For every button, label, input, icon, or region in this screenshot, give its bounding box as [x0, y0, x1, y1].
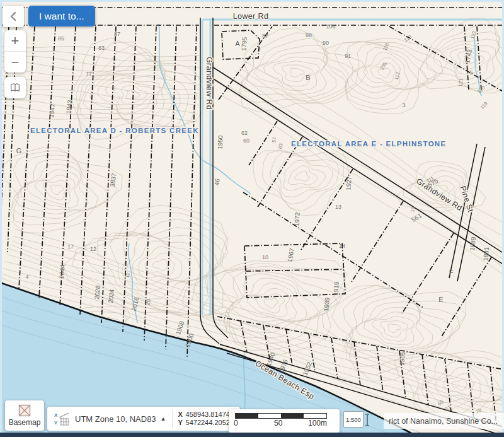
map-label: 1905 — [398, 351, 406, 366]
attribution: rict of Nanaimo, Sunshine Co... — [384, 413, 504, 429]
coordinates-panel: X Y UTM Zone 10, NAD83 ▲ X458943.81474 Y… — [47, 407, 240, 431]
bottom-strip — [0, 433, 504, 437]
map-label: ELECTORAL AREA E - ELPHINSTONE — [291, 140, 446, 148]
map-label: 17 — [67, 243, 74, 250]
map-label: 77 — [86, 71, 92, 77]
map-label: 60 — [243, 137, 249, 144]
zoom-control: + − — [4, 30, 26, 73]
scale-input[interactable] — [343, 411, 364, 428]
map-label: E — [438, 296, 443, 303]
map-label: 5 — [469, 69, 472, 76]
x-value: 458943.81474 — [186, 411, 230, 418]
scalebar-segment — [258, 414, 281, 418]
i-want-to-button[interactable]: I want to... — [28, 6, 95, 26]
map-label: 1889 — [469, 236, 477, 252]
chevron-left-icon — [9, 11, 18, 21]
text-cursor-icon — [364, 413, 370, 427]
map-label: 14 — [339, 243, 345, 249]
map-label: 4 — [25, 274, 28, 280]
map-label: G — [16, 147, 22, 154]
map-label: 13 — [335, 204, 341, 210]
svg-text:X: X — [54, 412, 58, 418]
basemap-label: Basemap — [9, 418, 41, 427]
coordinate-system-selector[interactable]: UTM Zone 10, NAD83 — [75, 414, 156, 424]
scalebar-segment — [304, 414, 326, 418]
map-label: 62 — [241, 130, 248, 136]
map-label: 2044 — [58, 264, 66, 279]
attribution-text: rict of Nanaimo, Sunshine Co... — [389, 417, 498, 426]
map-label: A — [235, 40, 240, 47]
zoom-in-button[interactable]: + — [4, 30, 26, 51]
map-label: 46 — [214, 178, 221, 185]
map-label: 1919 — [332, 281, 340, 296]
svg-text:Y: Y — [54, 420, 58, 426]
i-want-to-label: I want to... — [39, 11, 84, 22]
coordinate-grid-icon[interactable]: X Y — [54, 411, 70, 426]
map-label: 1972 — [293, 212, 301, 226]
scalebar — [235, 413, 327, 419]
book-icon — [9, 83, 21, 93]
scalebar-label-100: 100m — [308, 419, 327, 428]
scalebar-segment — [236, 414, 258, 418]
bookmarks-button[interactable] — [4, 77, 26, 98]
map-canvas[interactable]: ELECTORAL AREA D - ROBERTS CREEKELECTORA… — [2, 2, 502, 433]
map-label: B — [306, 74, 310, 81]
map-label: 106 — [326, 23, 335, 30]
dropdown-arrow-icon[interactable]: ▲ — [161, 416, 166, 422]
back-button[interactable] — [3, 6, 24, 27]
map-label: 121 — [458, 78, 464, 86]
map-label: 1795 — [240, 37, 248, 51]
map-label: F — [449, 269, 454, 276]
map-label: ELECTORAL AREA D - ROBERTS CREEK — [30, 127, 199, 134]
map-label: 90 — [323, 40, 329, 46]
map-label: 85 — [58, 35, 64, 42]
map-label: 98 — [306, 32, 312, 38]
xy-readout: X458943.81474 Y5472244.20523 — [178, 411, 234, 427]
map-label: Grandview Rd — [205, 57, 214, 110]
scalebar-label-0: 0 — [234, 419, 238, 428]
divider — [172, 410, 173, 428]
scalebar-panel: 0 50 100m — [229, 409, 340, 433]
map-label: 3 — [402, 102, 405, 108]
zoom-out-button[interactable]: − — [4, 52, 26, 73]
scalebar-label-50: 50 — [274, 419, 282, 428]
basemap-button[interactable]: Basemap — [5, 400, 44, 431]
map-container[interactable]: ELECTORAL AREA D - ROBERTS CREEKELECTORA… — [2, 2, 502, 433]
map-label: 1939 — [323, 297, 331, 312]
y-label: Y — [178, 419, 186, 427]
map-label: 87 — [114, 31, 120, 37]
x-label: X — [178, 411, 186, 419]
map-label: 87 — [262, 33, 268, 39]
map-label: 10 — [262, 254, 268, 260]
map-label: 91 — [345, 53, 351, 59]
scalebar-segment — [281, 414, 304, 418]
map-label: 12 — [90, 246, 96, 252]
map-label: 1950 — [216, 135, 224, 149]
map-label: 1927 — [345, 176, 353, 190]
map-label: 1881 — [482, 247, 490, 262]
y-value: 5472244.20523 — [186, 419, 234, 426]
map-label: Lower Rd — [233, 12, 269, 21]
map-label: 83 — [98, 45, 105, 51]
basemap-icon — [18, 404, 31, 417]
